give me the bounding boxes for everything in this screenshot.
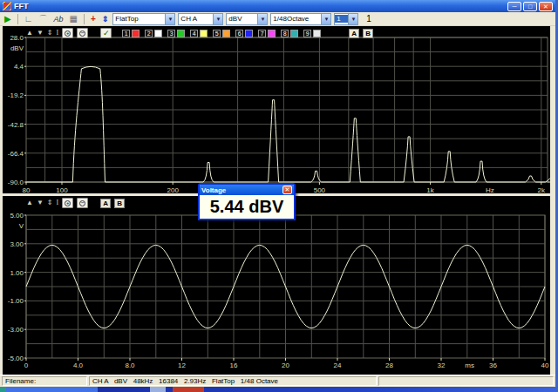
svg-text:2k: 2k xyxy=(538,186,546,193)
fft-window: FFT ─ □ ✕ ▶ ∟ ⌒ Ab ▦ + ⇕ FlatTop ▼ CH A … xyxy=(0,0,558,392)
trace-3-color-swatch[interactable] xyxy=(177,30,185,37)
background-window-minimize-fragment[interactable] xyxy=(150,387,166,392)
trace-5-color-swatch[interactable] xyxy=(222,30,230,37)
trace-7-color-swatch[interactable] xyxy=(268,30,276,37)
play-button[interactable]: ▶ xyxy=(3,13,13,25)
toolbar-separator xyxy=(17,14,18,24)
statusbar-empty-panel xyxy=(378,376,554,386)
close-button[interactable]: ✕ xyxy=(539,2,553,11)
octave-dropdown[interactable]: 1/48Octave ▼ xyxy=(270,13,331,25)
waveform-panel: ▲ ▼ ⇕ I + − A B 5.003.001.00-1.00-3.00-5… xyxy=(3,196,550,375)
trace-4-color-swatch[interactable] xyxy=(200,30,208,37)
svg-text:-3.00: -3.00 xyxy=(8,326,24,334)
svg-text:-90.0: -90.0 xyxy=(8,179,24,186)
chevron-down-icon[interactable]: ▼ xyxy=(165,14,174,24)
channel-dropdown[interactable]: CH A ▼ xyxy=(178,13,223,25)
trace-6-number[interactable]: 6 xyxy=(235,30,243,37)
svg-text:16: 16 xyxy=(230,362,238,369)
maximize-button[interactable]: □ xyxy=(523,2,537,11)
octave-value: 1/48Octave xyxy=(271,15,321,23)
chevron-down-icon[interactable]: ▼ xyxy=(348,14,357,24)
magnifier-plus-icon: + xyxy=(65,200,71,206)
titlebar: FFT ─ □ ✕ xyxy=(0,0,555,12)
ibeam-cursor-icon[interactable]: I xyxy=(57,198,59,208)
voltage-value: 5.44 dBV xyxy=(210,197,283,217)
trace-7-number[interactable]: 7 xyxy=(258,30,266,37)
zoom-in-button[interactable]: + xyxy=(62,28,73,38)
fit-vertical-icon[interactable]: ⇕ xyxy=(47,198,53,208)
spectrum-chart-toolbar: ▲ ▼ ⇕ I + − ✓ 123456789 A B xyxy=(26,28,373,38)
trace-1-color-swatch[interactable] xyxy=(132,30,140,37)
trace-2-color-swatch[interactable] xyxy=(154,30,162,37)
trace-select-dropdown[interactable]: 1 ▼ xyxy=(334,13,358,25)
background-window-titlebar xyxy=(0,387,558,392)
chevron-down-icon[interactable]: ▼ xyxy=(257,14,267,24)
scale-updown-icon[interactable]: ⇕ xyxy=(100,13,111,25)
scroll-up-icon[interactable]: ▲ xyxy=(26,28,33,38)
spectrum-chart[interactable]: 28.04.4-19.2-42.8-66.4-90.0dBV8010020050… xyxy=(3,26,550,193)
ibeam-cursor-icon[interactable]: I xyxy=(57,28,59,38)
cursor-crosshair-icon[interactable]: + xyxy=(89,13,98,25)
svg-text:-1.00: -1.00 xyxy=(8,297,24,305)
svg-text:24: 24 xyxy=(334,362,342,369)
svg-text:100: 100 xyxy=(56,186,68,193)
minimize-button[interactable]: ─ xyxy=(507,2,521,11)
trace-9-number[interactable]: 9 xyxy=(303,30,311,37)
trace-6-color-swatch[interactable] xyxy=(245,30,253,37)
voltage-popup-body: 5.44 dBV xyxy=(200,195,294,219)
svg-text:20: 20 xyxy=(282,362,289,369)
curve-icon[interactable]: ⌒ xyxy=(37,13,50,25)
trace-1-number[interactable]: 1 xyxy=(122,30,130,37)
scroll-down-icon[interactable]: ▼ xyxy=(37,198,44,208)
svg-text:-19.2: -19.2 xyxy=(8,91,24,99)
zoom-out-button[interactable]: − xyxy=(77,28,88,38)
voltage-popup[interactable]: Voltage ✕ 5.44 dBV xyxy=(198,183,296,220)
waveform-b-button[interactable]: B xyxy=(114,199,125,208)
fit-vertical-icon[interactable]: ⇕ xyxy=(47,28,53,38)
trace-2-number[interactable]: 2 xyxy=(145,30,153,37)
grid-view-icon[interactable]: ▦ xyxy=(68,13,79,25)
svg-text:-42.8: -42.8 xyxy=(8,121,24,129)
svg-text:200: 200 xyxy=(167,186,180,193)
main-toolbar: ▶ ∟ ⌒ Ab ▦ + ⇕ FlatTop ▼ CH A ▼ dBV ▼ 1/… xyxy=(0,12,555,26)
voltage-popup-titlebar[interactable]: Voltage ✕ xyxy=(200,185,294,195)
trace-9-color-swatch[interactable] xyxy=(313,30,321,37)
window-function-dropdown[interactable]: FlatTop ▼ xyxy=(112,13,175,25)
zoom-out-button[interactable]: − xyxy=(77,198,88,208)
trace-selector-row: 123456789 xyxy=(122,30,324,37)
svg-text:dBV: dBV xyxy=(10,44,24,52)
scroll-up-icon[interactable]: ▲ xyxy=(26,198,33,208)
waveform-chart-toolbar: ▲ ▼ ⇕ I + − A B xyxy=(26,198,125,208)
trace-3-number[interactable]: 3 xyxy=(167,30,175,37)
grid-checkbox[interactable]: ✓ xyxy=(100,28,112,38)
svg-text:ms: ms xyxy=(465,362,474,369)
svg-text:4.4: 4.4 xyxy=(14,63,24,71)
window-function-value: FlatTop xyxy=(113,15,165,23)
waveform-chart[interactable]: 5.003.001.00-1.00-3.00-5.00V04.08.012162… xyxy=(3,196,550,375)
trace-4-number[interactable]: 4 xyxy=(190,30,198,37)
label-ab-icon[interactable]: Ab xyxy=(52,13,65,25)
unit-dropdown[interactable]: dBV ▼ xyxy=(226,13,268,25)
svg-text:3.00: 3.00 xyxy=(10,240,24,248)
statusbar: Filename: CH A dBV 48kHz 16384 2.93Hz Fl… xyxy=(0,375,555,387)
svg-text:28.0: 28.0 xyxy=(10,34,24,42)
spectrum-a-button[interactable]: A xyxy=(349,29,359,38)
chevron-down-icon[interactable]: ▼ xyxy=(321,14,330,24)
scroll-down-icon[interactable]: ▼ xyxy=(37,28,44,38)
spectrum-b-button[interactable]: B xyxy=(363,29,373,38)
background-window-close-fragment[interactable] xyxy=(173,387,204,392)
zoom-in-button[interactable]: + xyxy=(62,198,73,208)
voltage-popup-close-icon[interactable]: ✕ xyxy=(282,186,292,194)
unit-value: dBV xyxy=(227,15,257,23)
average-count: 1 xyxy=(366,14,371,24)
trace-8-color-swatch[interactable] xyxy=(290,30,298,37)
svg-text:-5.00: -5.00 xyxy=(8,355,24,362)
axes-icon[interactable]: ∟ xyxy=(23,13,35,25)
statusbar-filename: Filename: xyxy=(2,376,87,386)
waveform-a-button[interactable]: A xyxy=(100,199,111,208)
trace-5-number[interactable]: 5 xyxy=(213,30,221,37)
trace-8-number[interactable]: 8 xyxy=(281,30,289,37)
chevron-down-icon[interactable]: ▼ xyxy=(213,14,222,24)
window-title: FFT xyxy=(14,2,29,10)
svg-text:36: 36 xyxy=(489,362,497,369)
